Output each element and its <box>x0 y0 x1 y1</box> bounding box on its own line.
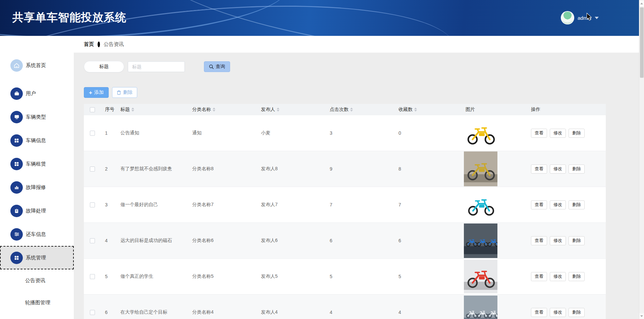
cell-category: 分类名称6 <box>188 223 257 259</box>
view-row-button[interactable]: 查看 <box>531 129 547 138</box>
sort-icons[interactable] <box>213 108 215 112</box>
sidebar-item-5[interactable]: 故障报修 <box>0 176 74 199</box>
view-row-button[interactable]: 查看 <box>531 200 547 209</box>
scrollbar-up-button[interactable] <box>639 1 644 6</box>
table-toolbar: + 添加 删除 <box>84 87 644 98</box>
announcement-table: 序号标题分类名称发布人点击次数收藏数图片操作 1公告通知通知小麦30查看修改删除… <box>84 104 606 319</box>
cell-actions: 查看修改删除 <box>527 115 606 151</box>
view-row-button[interactable]: 查看 <box>531 236 547 245</box>
cell-title: 有了梦想就不会感到疲惫 <box>116 151 188 187</box>
trash-icon <box>117 90 121 95</box>
title-filter-button[interactable]: 标题 <box>84 61 124 72</box>
cell-publisher: 发布人7 <box>257 187 325 223</box>
sidebar-item-7[interactable]: 还车信息 <box>0 222 74 246</box>
edit-row-button[interactable]: 修改 <box>550 129 566 138</box>
grid-icon <box>10 158 23 170</box>
row-checkbox[interactable] <box>90 310 95 315</box>
view-row-button[interactable]: 查看 <box>531 308 547 317</box>
query-button[interactable]: 查询 <box>204 61 230 72</box>
sort-icons[interactable] <box>350 108 353 112</box>
cell-favorites: 5 <box>394 259 461 295</box>
delete-row-button[interactable]: 删除 <box>569 129 585 138</box>
sidebar-item-0[interactable]: 系统首页 <box>0 54 74 77</box>
sidebar-item-label: 车辆信息 <box>26 137 46 144</box>
query-button-label: 查询 <box>216 64 225 70</box>
sidebar-item-label: 故障报修 <box>26 184 46 191</box>
cell-actions: 查看修改删除 <box>527 295 606 319</box>
edit-row-button[interactable]: 修改 <box>550 272 566 281</box>
title-search-input[interactable] <box>128 61 185 72</box>
sidebar-item-1[interactable]: 用户 <box>0 82 74 105</box>
cell-check <box>84 187 101 223</box>
avatar[interactable] <box>561 11 574 24</box>
user-menu[interactable]: admin <box>561 8 599 27</box>
sort-icons[interactable] <box>277 108 279 112</box>
cell-check <box>84 223 101 259</box>
delete-row-button[interactable]: 删除 <box>569 165 585 174</box>
sidebar-item-4[interactable]: 车辆租赁 <box>0 152 74 176</box>
view-row-button[interactable]: 查看 <box>531 165 547 174</box>
cell-publisher: 发布人4 <box>257 295 325 319</box>
scroll-up-icon <box>640 3 643 4</box>
sidebar-subitem-0[interactable]: 公告资讯 <box>0 269 74 292</box>
cell-favorites: 7 <box>394 187 461 223</box>
row-checkbox[interactable] <box>90 238 95 243</box>
vertical-scrollbar[interactable] <box>639 0 644 319</box>
delete-row-button[interactable]: 删除 <box>569 272 585 281</box>
cell-title: 做一个最好的自己 <box>116 187 188 223</box>
main-area: 首页 公告资讯 标题 查询 + 添加 <box>74 36 644 319</box>
add-button[interactable]: + 添加 <box>84 87 109 98</box>
row-checkbox[interactable] <box>90 274 95 279</box>
cell-image <box>461 295 527 319</box>
sidebar-item-6[interactable]: 故障处理 <box>0 199 74 222</box>
cell-actions: 查看修改删除 <box>527 223 606 259</box>
yellow-ebike-photo <box>464 120 497 146</box>
cell-check <box>84 295 101 319</box>
row-checkbox[interactable] <box>90 167 95 172</box>
cell-clicks: 3 <box>325 115 394 151</box>
grid-icon <box>10 252 23 264</box>
row-checkbox[interactable] <box>90 202 95 207</box>
table-row: 2有了梦想就不会感到疲惫分类名称8发布人898查看修改删除 <box>84 151 606 187</box>
table-row: 3做一个最好的自己分类名称7发布人777查看修改删除 <box>84 187 606 223</box>
column-header-check <box>84 104 101 115</box>
cell-index: 1 <box>101 115 116 151</box>
column-header-publisher[interactable]: 发布人 <box>257 104 325 115</box>
sort-icons[interactable] <box>414 108 417 112</box>
column-header-title[interactable]: 标题 <box>116 104 188 115</box>
breadcrumb-home-link[interactable]: 首页 <box>84 41 94 48</box>
sidebar-item-8[interactable]: 系统管理 <box>0 246 74 269</box>
column-header-category[interactable]: 分类名称 <box>188 104 257 115</box>
blue-shared-bikes-row-photo <box>464 224 497 258</box>
sidebar-item-label: 车辆租赁 <box>26 161 46 167</box>
edit-row-button[interactable]: 修改 <box>550 165 566 174</box>
sidebar-item-3[interactable]: 车辆信息 <box>0 129 74 152</box>
sidebar-submenu: 公告资讯轮播图管理 <box>0 269 74 314</box>
sort-icons[interactable] <box>131 108 134 112</box>
content-panel: 标题 查询 + 添加 <box>74 53 644 319</box>
column-header-clicks[interactable]: 点击次数 <box>325 104 394 115</box>
cell-index: 4 <box>101 223 116 259</box>
edit-row-button[interactable]: 修改 <box>550 236 566 245</box>
table-body: 1公告通知通知小麦30查看修改删除2有了梦想就不会感到疲惫分类名称8发布人898… <box>84 115 606 319</box>
table-row: 5做个真正的学生分类名称5发布人555查看修改删除 <box>84 259 606 295</box>
edit-row-button[interactable]: 修改 <box>550 308 566 317</box>
select-all-checkbox[interactable] <box>90 107 95 112</box>
row-checkbox[interactable] <box>90 131 95 136</box>
view-row-button[interactable]: 查看 <box>531 272 547 281</box>
sidebar-item-2[interactable]: 车辆类型 <box>0 105 74 129</box>
delete-row-button[interactable]: 删除 <box>569 308 585 317</box>
sidebar-subitem-1[interactable]: 轮播图管理 <box>0 292 74 314</box>
sidebar-item-label: 用户 <box>26 90 36 97</box>
monitor-icon <box>10 111 23 123</box>
delete-row-button[interactable]: 删除 <box>569 200 585 209</box>
scrollbar-thumb[interactable] <box>640 7 644 78</box>
delete-row-button[interactable]: 删除 <box>569 236 585 245</box>
cell-category: 通知 <box>188 115 257 151</box>
edit-row-button[interactable]: 修改 <box>550 200 566 209</box>
delete-button[interactable]: 删除 <box>112 87 137 98</box>
clipboard-icon <box>10 205 23 217</box>
sidebar-item-label: 还车信息 <box>26 231 46 238</box>
column-header-favorites[interactable]: 收藏数 <box>394 104 461 115</box>
scrollbar-down-button[interactable] <box>639 313 644 319</box>
